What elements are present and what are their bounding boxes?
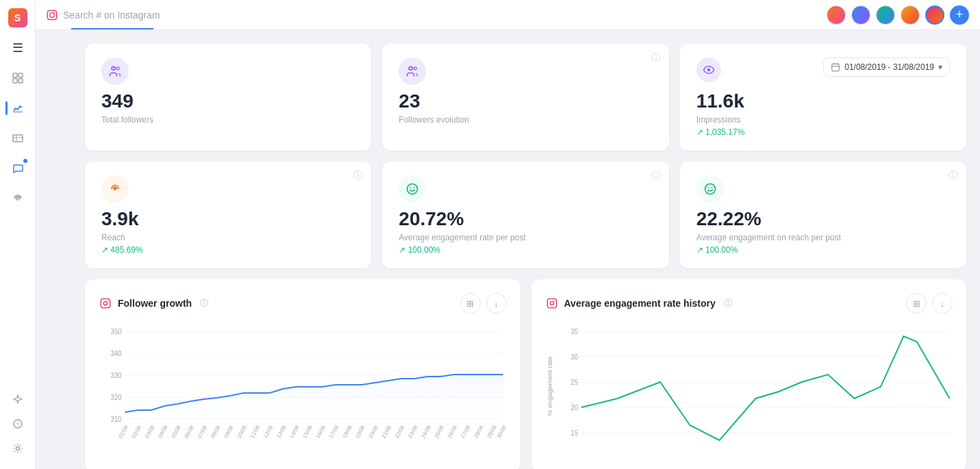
sidebar-item-sparkle[interactable]: [5, 387, 30, 411]
chevron-down-icon: ▾: [938, 62, 942, 72]
chart2-actions: ⊞ ↓: [906, 293, 953, 314]
svg-point-17: [409, 66, 412, 70]
avatar-4[interactable]: [901, 5, 920, 25]
info-icon-1[interactable]: ⓘ: [651, 52, 661, 64]
main-content: 349 Total followers ⓘ 23 Followers evolu…: [71, 30, 980, 469]
card-followers-evolution: ⓘ 23 Followers evolution: [382, 44, 668, 151]
info-icon-4[interactable]: ⓘ: [948, 170, 958, 182]
svg-text:17/08: 17/08: [328, 424, 340, 439]
svg-text:30/08: 30/08: [496, 424, 507, 439]
search-bar[interactable]: Search # on Instagram: [47, 10, 160, 21]
user-avatar[interactable]: [925, 5, 944, 25]
svg-text:27/08: 27/08: [460, 424, 472, 439]
chart1-download-btn[interactable]: ↓: [486, 293, 507, 314]
svg-point-13: [50, 12, 55, 17]
chart-header-1: Follower growth ⓘ ⊞ ↓: [99, 293, 507, 314]
svg-rect-75: [547, 299, 556, 307]
svg-point-11: [16, 447, 19, 451]
svg-text:20/08: 20/08: [368, 424, 380, 439]
avatar-1[interactable]: [827, 5, 846, 25]
instagram-chart-icon2: [545, 296, 559, 310]
sidebar-item-menu[interactable]: ☰: [5, 36, 30, 60]
sidebar-item-grid[interactable]: [5, 66, 30, 90]
svg-point-16: [116, 67, 119, 70]
engagement-history-card: Average engagement rate history ⓘ ⊞ ↓: [531, 279, 967, 469]
topbar-right: +: [827, 5, 969, 25]
svg-text:06/08: 06/08: [184, 424, 196, 439]
card-icon-users2: [399, 58, 426, 85]
svg-point-27: [414, 187, 415, 188]
card-icon-users: [101, 58, 129, 85]
chart1-actions: ⊞ ↓: [460, 293, 507, 314]
svg-point-26: [410, 187, 412, 188]
svg-rect-3: [18, 79, 23, 83]
sidebar-item-settings[interactable]: [5, 436, 30, 461]
sidebar-item-analytics[interactable]: [5, 96, 30, 121]
svg-rect-20: [832, 64, 840, 71]
engagement-rate-value: 20.72%: [399, 208, 652, 230]
follower-growth-chart: 350 340 330 320 310 01/08 02/08 03/08 0: [99, 325, 507, 457]
svg-rect-2: [13, 79, 17, 83]
avatar-3[interactable]: [876, 5, 895, 25]
info-icon-3[interactable]: ⓘ: [651, 170, 661, 182]
svg-point-18: [414, 67, 416, 70]
svg-text:22/08: 22/08: [394, 424, 406, 439]
engagement-rate-trend: ↗ 100.00%: [399, 245, 652, 255]
sidebar-bottom-group: ?: [5, 387, 30, 461]
svg-text:24/08: 24/08: [420, 424, 433, 439]
stats-row-1: 349 Total followers ⓘ 23 Followers evolu…: [85, 44, 966, 151]
date-range-picker[interactable]: 01/08/2019 - 31/08/2019 ▾: [823, 58, 950, 77]
charts-row: Follower growth ⓘ ⊞ ↓: [85, 279, 966, 469]
svg-text:21/08: 21/08: [381, 424, 393, 439]
svg-text:02/08: 02/08: [131, 424, 143, 439]
reach-value: 3.9k: [101, 208, 355, 230]
svg-point-14: [54, 12, 55, 13]
svg-text:25/08: 25/08: [434, 424, 446, 439]
topbar: Search # on Instagram +: [36, 0, 980, 30]
sidebar-item-messages[interactable]: [5, 156, 30, 181]
sidebar-item-help[interactable]: ?: [5, 411, 30, 436]
info-icon-chart1[interactable]: ⓘ: [200, 298, 208, 309]
chart1-grid-btn[interactable]: ⊞: [460, 293, 481, 314]
sidebar: S ☰ ?: [0, 0, 36, 469]
add-button[interactable]: +: [950, 5, 969, 25]
svg-text:19/08: 19/08: [354, 424, 366, 439]
follower-growth-title: Follower growth ⓘ: [99, 296, 208, 310]
info-icon-2[interactable]: ⓘ: [353, 170, 363, 182]
instagram-chart-icon: [99, 296, 112, 310]
followers-evolution-value: 23: [399, 90, 652, 112]
svg-point-15: [112, 66, 115, 70]
svg-text:26/08: 26/08: [447, 424, 459, 439]
engagement-rate-label: Average engagement rate per post: [399, 233, 652, 242]
card-impressions: 01/08/2019 - 31/08/2019 ▾ 11.6k Impressi…: [680, 44, 966, 151]
date-range-text: 01/08/2019 - 31/08/2019: [844, 62, 934, 72]
sidebar-logo[interactable]: S: [8, 8, 27, 27]
avatar-2[interactable]: [851, 5, 870, 25]
card-engagement-rate: ⓘ 20.72% Average engagement rate per pos…: [382, 162, 668, 268]
impressions-value: 11.6k: [696, 90, 950, 112]
eye-icon-bg: [696, 58, 721, 82]
chart2-download-btn[interactable]: ↓: [932, 293, 953, 314]
svg-text:23/08: 23/08: [407, 424, 419, 439]
svg-point-29: [707, 187, 709, 188]
svg-point-32: [103, 301, 107, 305]
engagement-history-chart: 35 30 25 20 15 % engagement rate: [545, 325, 953, 457]
engagement-reach-value: 22.22%: [696, 208, 950, 230]
svg-point-33: [108, 301, 109, 302]
svg-text:05/08: 05/08: [171, 424, 183, 439]
svg-text:330: 330: [111, 372, 123, 379]
svg-text:35: 35: [570, 328, 578, 335]
svg-text:14/08: 14/08: [288, 424, 301, 439]
svg-text:13/08: 13/08: [275, 424, 288, 439]
svg-point-8: [16, 197, 19, 200]
chart2-grid-btn[interactable]: ⊞: [906, 293, 927, 314]
sidebar-item-radio[interactable]: [5, 186, 30, 211]
svg-text:08/08: 08/08: [210, 424, 222, 439]
engagement-reach-label: Average engagement on reach per post: [696, 233, 950, 242]
svg-rect-31: [101, 299, 110, 307]
info-icon-chart2[interactable]: ⓘ: [724, 298, 732, 309]
svg-point-76: [550, 301, 553, 305]
svg-rect-12: [47, 10, 56, 19]
svg-text:18/08: 18/08: [341, 424, 353, 439]
sidebar-item-table[interactable]: [5, 126, 30, 151]
